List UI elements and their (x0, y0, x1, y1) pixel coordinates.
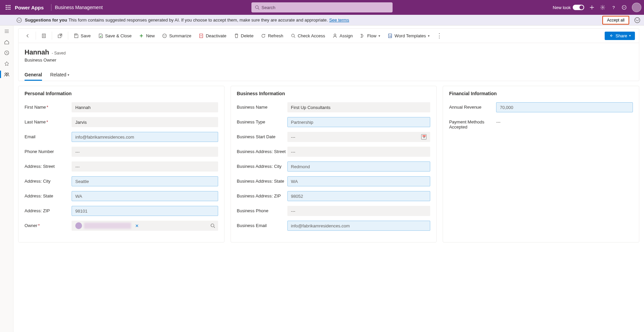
app-name: Power Apps (15, 5, 44, 10)
input-phone[interactable]: --- (72, 147, 218, 157)
tab-general[interactable]: General (25, 70, 42, 81)
more-commands-button[interactable]: ⋮ (436, 32, 443, 39)
entity-icon[interactable] (4, 71, 10, 77)
input-biz-email[interactable]: info@fabrikamresidences.com (287, 221, 431, 231)
form-body: Personal Information First Name* Hannah … (18, 86, 639, 243)
input-email[interactable]: info@fabrikamresidences.com (72, 132, 218, 142)
calendar-icon[interactable]: 📅 (421, 134, 427, 140)
tab-related[interactable]: Related▾ (50, 70, 69, 81)
flow-button[interactable]: Flow▾ (357, 32, 383, 40)
chevron-down-icon: ▾ (428, 34, 430, 38)
input-biz-addr-zip[interactable]: 98052 (287, 191, 431, 201)
svg-text:?: ? (612, 5, 615, 10)
owner-avatar-icon (75, 222, 82, 229)
label-addr-city: Address: City (25, 176, 72, 184)
label-pay-methods: Payment Methods Accepted (449, 117, 496, 130)
value-pay-methods[interactable]: --- (496, 117, 500, 124)
lookup-search-icon[interactable] (210, 223, 215, 228)
toggle-on-icon (573, 5, 584, 10)
word-templates-button[interactable]: WWord Templates▾ (385, 32, 432, 40)
input-biz-addr-state[interactable]: WA (287, 176, 431, 186)
label-annual-rev: Annual Revenue (449, 102, 496, 110)
svg-point-11 (602, 7, 603, 8)
label-addr-street: Address: Street (25, 161, 72, 169)
command-bar: Save Save & Close New Summarize Deactiva… (18, 28, 639, 43)
deactivate-button[interactable]: Deactivate (196, 32, 229, 40)
svg-rect-8 (9, 9, 10, 10)
input-biz-phone[interactable]: --- (287, 206, 431, 216)
assign-button[interactable]: Assign (330, 32, 355, 40)
chevron-down-icon: ▾ (68, 73, 69, 77)
share-button[interactable]: Share▾ (605, 32, 635, 40)
save-close-button[interactable]: Save & Close (95, 32, 134, 40)
settings-icon[interactable] (600, 4, 606, 10)
record-title: Hannah (25, 48, 49, 56)
new-button[interactable]: New (136, 32, 157, 40)
record-header: Hannah - Saved Business Owner General Re… (18, 43, 639, 81)
see-terms-link[interactable]: See terms (329, 17, 349, 23)
label-biz-addr-city: Business Address: City (237, 161, 287, 169)
add-icon[interactable] (589, 4, 595, 10)
input-biz-type[interactable]: Partnership (287, 117, 431, 127)
input-biz-name[interactable]: First Up Consultants (287, 102, 431, 112)
svg-point-25 (334, 34, 336, 36)
new-look-toggle[interactable]: New look (553, 5, 584, 10)
input-addr-state[interactable]: WA (72, 191, 218, 201)
input-addr-zip[interactable]: 98101 (72, 206, 218, 216)
hamburger-icon[interactable] (4, 28, 10, 34)
accept-all-button[interactable]: Accept all (602, 16, 629, 25)
input-biz-addr-street[interactable]: --- (287, 147, 431, 157)
app-subarea[interactable]: Business Management (55, 5, 103, 10)
main-content: Save Save & Close New Summarize Deactiva… (13, 26, 644, 332)
section-title: Personal Information (25, 91, 218, 96)
recent-icon[interactable] (4, 50, 10, 56)
check-access-button[interactable]: Check Access (288, 32, 328, 40)
label-owner: Owner* (25, 221, 72, 228)
ai-suggestion-bar: Suggestions for you This form contains s… (0, 15, 644, 26)
summarize-button[interactable]: Summarize (159, 32, 194, 40)
remove-owner-icon[interactable]: ✕ (135, 223, 139, 228)
input-last-name[interactable]: Jarvis (72, 117, 218, 127)
svg-point-22 (163, 34, 166, 37)
copilot-icon (16, 17, 22, 23)
label-addr-state: Address: State (25, 191, 72, 198)
delete-button[interactable]: Delete (231, 32, 256, 40)
input-owner[interactable]: ✕ (72, 221, 218, 231)
input-biz-addr-city[interactable]: Redmond (287, 161, 431, 172)
input-addr-city[interactable]: Seattle (72, 176, 218, 186)
section-personal: Personal Information First Name* Hannah … (18, 86, 225, 243)
save-button[interactable]: Save (71, 32, 93, 40)
svg-point-13 (622, 5, 626, 9)
label-biz-phone: Business Phone (237, 206, 287, 213)
global-search[interactable]: Search (251, 2, 393, 12)
input-addr-street[interactable]: --- (72, 161, 218, 172)
refresh-button[interactable]: Refresh (258, 32, 286, 40)
svg-point-28 (211, 224, 214, 227)
input-annual-rev[interactable]: 70,000 (496, 102, 633, 112)
home-icon[interactable] (4, 39, 10, 45)
svg-point-9 (255, 6, 258, 9)
user-avatar[interactable] (632, 3, 641, 12)
label-email: Email (25, 132, 72, 139)
app-header: Power Apps Business Management Search Ne… (0, 0, 644, 15)
label-biz-start: Business Start Date (237, 132, 287, 139)
help-icon[interactable]: ? (610, 4, 616, 10)
pinned-icon[interactable] (4, 61, 10, 67)
app-launcher-icon[interactable] (3, 2, 13, 13)
owner-chip[interactable]: ✕ (75, 222, 139, 229)
svg-point-14 (17, 18, 22, 23)
open-in-new-window-button[interactable] (55, 32, 65, 40)
record-subtitle: Business Owner (25, 58, 633, 63)
svg-rect-6 (6, 9, 7, 10)
section-financial: Financial Information Annual Revenue 70,… (443, 86, 639, 243)
label-biz-email: Business Email (237, 221, 287, 228)
label-phone: Phone Number (25, 147, 72, 154)
input-first-name[interactable]: Hannah (72, 102, 218, 112)
input-biz-start[interactable]: ---📅 (287, 132, 431, 142)
open-record-set-button[interactable] (39, 32, 49, 40)
copilot-header-icon[interactable] (621, 4, 627, 10)
back-button[interactable] (23, 32, 33, 40)
copilot-pane-icon[interactable] (634, 17, 641, 24)
record-saved-status: - Saved (52, 51, 66, 56)
label-biz-addr-zip: Business Address: ZIP (237, 191, 287, 198)
